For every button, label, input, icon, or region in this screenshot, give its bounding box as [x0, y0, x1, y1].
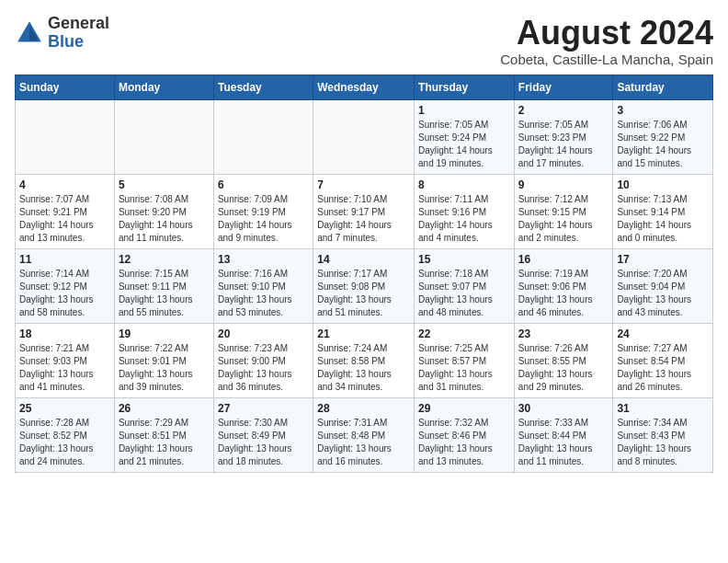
calendar-cell: 28Sunrise: 7:31 AMSunset: 8:48 PMDayligh… — [313, 397, 415, 472]
day-info: Sunrise: 7:13 AMSunset: 9:14 PMDaylight:… — [617, 193, 709, 245]
logo-text-blue: Blue — [48, 33, 109, 52]
calendar-cell: 11Sunrise: 7:14 AMSunset: 9:12 PMDayligh… — [16, 248, 115, 323]
weekday-header-monday: Monday — [114, 75, 213, 99]
day-info: Sunrise: 7:25 AMSunset: 8:57 PMDaylight:… — [418, 342, 510, 394]
calendar-cell: 24Sunrise: 7:27 AMSunset: 8:54 PMDayligh… — [613, 323, 713, 397]
calendar-cell: 26Sunrise: 7:29 AMSunset: 8:51 PMDayligh… — [114, 397, 213, 472]
calendar-cell: 2Sunrise: 7:05 AMSunset: 9:23 PMDaylight… — [514, 99, 613, 174]
calendar-cell: 18Sunrise: 7:21 AMSunset: 9:03 PMDayligh… — [16, 323, 115, 397]
day-info: Sunrise: 7:32 AMSunset: 8:46 PMDaylight:… — [418, 417, 510, 468]
calendar-cell: 4Sunrise: 7:07 AMSunset: 9:21 PMDaylight… — [16, 174, 115, 248]
calendar-cell: 10Sunrise: 7:13 AMSunset: 9:14 PMDayligh… — [613, 174, 713, 248]
calendar-cell: 5Sunrise: 7:08 AMSunset: 9:20 PMDaylight… — [114, 174, 213, 248]
calendar-cell: 31Sunrise: 7:34 AMSunset: 8:43 PMDayligh… — [613, 397, 713, 472]
title-area: August 2024 Cobeta, Castille-La Mancha, … — [500, 15, 713, 67]
day-number: 31 — [617, 402, 709, 415]
calendar-cell: 29Sunrise: 7:32 AMSunset: 8:46 PMDayligh… — [415, 397, 515, 472]
calendar-week-row: 25Sunrise: 7:28 AMSunset: 8:52 PMDayligh… — [16, 397, 713, 472]
day-info: Sunrise: 7:27 AMSunset: 8:54 PMDaylight:… — [617, 342, 709, 394]
day-info: Sunrise: 7:21 AMSunset: 9:03 PMDaylight:… — [19, 342, 110, 394]
day-number: 19 — [119, 327, 210, 340]
day-number: 5 — [119, 178, 210, 191]
weekday-header-wednesday: Wednesday — [313, 75, 415, 99]
day-number: 10 — [617, 178, 709, 191]
page-header: General Blue August 2024 Cobeta, Castill… — [15, 15, 713, 67]
calendar-cell: 9Sunrise: 7:12 AMSunset: 9:15 PMDaylight… — [514, 174, 613, 248]
weekday-header-row: SundayMondayTuesdayWednesdayThursdayFrid… — [16, 75, 713, 99]
day-number: 4 — [19, 178, 110, 191]
day-info: Sunrise: 7:11 AMSunset: 9:16 PMDaylight:… — [418, 193, 510, 245]
calendar-cell: 27Sunrise: 7:30 AMSunset: 8:49 PMDayligh… — [213, 397, 313, 472]
day-number: 15 — [418, 253, 510, 266]
day-number: 11 — [19, 253, 110, 266]
day-number: 20 — [218, 327, 309, 340]
day-number: 9 — [518, 178, 609, 191]
day-number: 8 — [418, 178, 510, 191]
day-info: Sunrise: 7:15 AMSunset: 9:11 PMDaylight:… — [119, 268, 210, 319]
day-number: 1 — [418, 104, 510, 117]
day-info: Sunrise: 7:23 AMSunset: 9:00 PMDaylight:… — [218, 342, 309, 394]
svg-marker-1 — [29, 26, 39, 40]
day-number: 7 — [317, 178, 410, 191]
day-number: 25 — [19, 402, 110, 415]
calendar-cell: 6Sunrise: 7:09 AMSunset: 9:19 PMDaylight… — [213, 174, 313, 248]
weekday-header-friday: Friday — [514, 75, 613, 99]
day-info: Sunrise: 7:30 AMSunset: 8:49 PMDaylight:… — [218, 417, 309, 468]
day-number: 3 — [617, 104, 709, 117]
calendar-week-row: 18Sunrise: 7:21 AMSunset: 9:03 PMDayligh… — [16, 323, 713, 397]
calendar-cell: 8Sunrise: 7:11 AMSunset: 9:16 PMDaylight… — [415, 174, 515, 248]
calendar-cell: 3Sunrise: 7:06 AMSunset: 9:22 PMDaylight… — [613, 99, 713, 174]
day-info: Sunrise: 7:22 AMSunset: 9:01 PMDaylight:… — [119, 342, 210, 394]
day-number: 6 — [218, 178, 309, 191]
day-number: 18 — [19, 327, 110, 340]
calendar-cell: 1Sunrise: 7:05 AMSunset: 9:24 PMDaylight… — [415, 99, 515, 174]
calendar-cell: 13Sunrise: 7:16 AMSunset: 9:10 PMDayligh… — [213, 248, 313, 323]
weekday-header-tuesday: Tuesday — [213, 75, 313, 99]
day-number: 26 — [119, 402, 210, 415]
logo-text-general: General — [48, 15, 109, 33]
day-info: Sunrise: 7:12 AMSunset: 9:15 PMDaylight:… — [518, 193, 609, 245]
day-info: Sunrise: 7:09 AMSunset: 9:19 PMDaylight:… — [218, 193, 309, 245]
day-number: 28 — [317, 402, 410, 415]
day-info: Sunrise: 7:24 AMSunset: 8:58 PMDaylight:… — [317, 342, 410, 394]
day-number: 12 — [119, 253, 210, 266]
calendar-cell — [114, 99, 213, 174]
calendar-cell: 19Sunrise: 7:22 AMSunset: 9:01 PMDayligh… — [114, 323, 213, 397]
day-info: Sunrise: 7:14 AMSunset: 9:12 PMDaylight:… — [19, 268, 110, 319]
calendar-cell: 16Sunrise: 7:19 AMSunset: 9:06 PMDayligh… — [514, 248, 613, 323]
day-number: 23 — [518, 327, 609, 340]
calendar-cell: 30Sunrise: 7:33 AMSunset: 8:44 PMDayligh… — [514, 397, 613, 472]
day-info: Sunrise: 7:18 AMSunset: 9:07 PMDaylight:… — [418, 268, 510, 319]
day-info: Sunrise: 7:10 AMSunset: 9:17 PMDaylight:… — [317, 193, 410, 245]
day-number: 17 — [617, 253, 709, 266]
day-info: Sunrise: 7:07 AMSunset: 9:21 PMDaylight:… — [19, 193, 110, 245]
day-number: 24 — [617, 327, 709, 340]
calendar-cell: 23Sunrise: 7:26 AMSunset: 8:55 PMDayligh… — [514, 323, 613, 397]
calendar-cell — [213, 99, 313, 174]
day-number: 22 — [418, 327, 510, 340]
day-info: Sunrise: 7:31 AMSunset: 8:48 PMDaylight:… — [317, 417, 410, 468]
calendar-cell: 7Sunrise: 7:10 AMSunset: 9:17 PMDaylight… — [313, 174, 415, 248]
calendar-cell: 14Sunrise: 7:17 AMSunset: 9:08 PMDayligh… — [313, 248, 415, 323]
calendar-cell: 22Sunrise: 7:25 AMSunset: 8:57 PMDayligh… — [415, 323, 515, 397]
calendar-cell — [16, 99, 115, 174]
day-info: Sunrise: 7:05 AMSunset: 9:23 PMDaylight:… — [518, 119, 609, 170]
day-info: Sunrise: 7:19 AMSunset: 9:06 PMDaylight:… — [518, 268, 609, 319]
calendar-cell: 17Sunrise: 7:20 AMSunset: 9:04 PMDayligh… — [613, 248, 713, 323]
day-info: Sunrise: 7:06 AMSunset: 9:22 PMDaylight:… — [617, 119, 709, 170]
logo: General Blue — [15, 15, 109, 52]
calendar-cell: 25Sunrise: 7:28 AMSunset: 8:52 PMDayligh… — [16, 397, 115, 472]
day-info: Sunrise: 7:08 AMSunset: 9:20 PMDaylight:… — [119, 193, 210, 245]
weekday-header-thursday: Thursday — [415, 75, 515, 99]
day-number: 29 — [418, 402, 510, 415]
day-info: Sunrise: 7:17 AMSunset: 9:08 PMDaylight:… — [317, 268, 410, 319]
calendar-cell: 12Sunrise: 7:15 AMSunset: 9:11 PMDayligh… — [114, 248, 213, 323]
calendar-cell: 21Sunrise: 7:24 AMSunset: 8:58 PMDayligh… — [313, 323, 415, 397]
day-number: 2 — [518, 104, 609, 117]
calendar-week-row: 1Sunrise: 7:05 AMSunset: 9:24 PMDaylight… — [16, 99, 713, 174]
day-info: Sunrise: 7:05 AMSunset: 9:24 PMDaylight:… — [418, 119, 510, 170]
day-number: 16 — [518, 253, 609, 266]
day-number: 30 — [518, 402, 609, 415]
calendar-cell: 15Sunrise: 7:18 AMSunset: 9:07 PMDayligh… — [415, 248, 515, 323]
day-info: Sunrise: 7:34 AMSunset: 8:43 PMDaylight:… — [617, 417, 709, 468]
